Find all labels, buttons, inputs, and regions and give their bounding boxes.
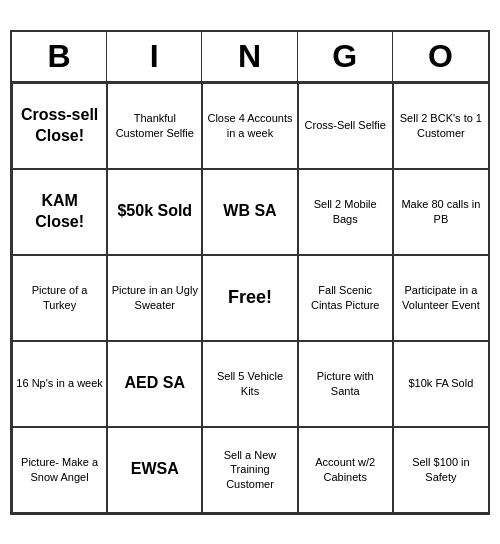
bingo-cell-10: Picture of a Turkey bbox=[12, 255, 107, 341]
bingo-cell-1: Thankful Customer Selfie bbox=[107, 83, 202, 169]
bingo-cell-6: $50k Sold bbox=[107, 169, 202, 255]
bingo-cell-16: AED SA bbox=[107, 341, 202, 427]
bingo-grid: Cross-sell Close!Thankful Customer Selfi… bbox=[12, 83, 488, 513]
bingo-cell-19: $10k FA Sold bbox=[393, 341, 488, 427]
bingo-cell-2: Close 4 Accounts in a week bbox=[202, 83, 297, 169]
bingo-cell-0: Cross-sell Close! bbox=[12, 83, 107, 169]
bingo-header-I: I bbox=[107, 32, 202, 81]
bingo-cell-11: Picture in an Ugly Sweater bbox=[107, 255, 202, 341]
bingo-header-O: O bbox=[393, 32, 488, 81]
bingo-cell-5: KAM Close! bbox=[12, 169, 107, 255]
bingo-cell-8: Sell 2 Mobile Bags bbox=[298, 169, 393, 255]
bingo-header-B: B bbox=[12, 32, 107, 81]
bingo-cell-12: Free! bbox=[202, 255, 297, 341]
bingo-cell-21: EWSA bbox=[107, 427, 202, 513]
bingo-cell-4: Sell 2 BCK's to 1 Customer bbox=[393, 83, 488, 169]
bingo-cell-17: Sell 5 Vehicle Kits bbox=[202, 341, 297, 427]
bingo-cell-20: Picture- Make a Snow Angel bbox=[12, 427, 107, 513]
bingo-header: BINGO bbox=[12, 32, 488, 83]
bingo-cell-22: Sell a New Training Customer bbox=[202, 427, 297, 513]
bingo-header-N: N bbox=[202, 32, 297, 81]
bingo-cell-23: Account w/2 Cabinets bbox=[298, 427, 393, 513]
bingo-header-G: G bbox=[298, 32, 393, 81]
bingo-cell-13: Fall Scenic Cintas Picture bbox=[298, 255, 393, 341]
bingo-card: BINGO Cross-sell Close!Thankful Customer… bbox=[10, 30, 490, 515]
bingo-cell-15: 16 Np's in a week bbox=[12, 341, 107, 427]
bingo-cell-14: Participate in a Volunteer Event bbox=[393, 255, 488, 341]
bingo-cell-24: Sell $100 in Safety bbox=[393, 427, 488, 513]
bingo-cell-7: WB SA bbox=[202, 169, 297, 255]
bingo-cell-3: Cross-Sell Selfie bbox=[298, 83, 393, 169]
bingo-cell-9: Make 80 calls in PB bbox=[393, 169, 488, 255]
bingo-cell-18: Picture with Santa bbox=[298, 341, 393, 427]
